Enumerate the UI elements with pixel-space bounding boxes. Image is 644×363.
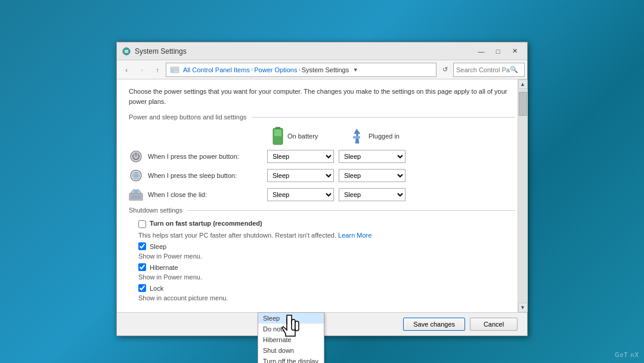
breadcrumb-current: System Settings — [302, 66, 349, 73]
hibernate-show-row: Hibernate — [129, 263, 515, 271]
battery-label: On battery — [287, 133, 318, 140]
sleep-show-label: Sleep — [150, 243, 166, 250]
svg-rect-10 — [274, 136, 281, 143]
cancel-button[interactable]: Cancel — [470, 318, 518, 331]
dropdown-item-donothing[interactable]: Do nothing — [258, 324, 324, 334]
breadcrumb-dropdown-button[interactable]: ▼ — [350, 63, 361, 77]
sleep-button-label: When I press the sleep button: — [148, 172, 267, 179]
back-button[interactable]: ‹ — [119, 63, 134, 77]
column-headers: On battery Plugged in — [272, 127, 515, 146]
scroll-down-arrow[interactable]: ▼ — [518, 303, 528, 312]
shutdown-section-title: Shutdown settings — [129, 207, 515, 214]
lid-icon — [129, 187, 143, 202]
sleep-icon — [129, 168, 143, 183]
sleep-plugged-select[interactable]: Sleep Do nothing Hibernate — [339, 169, 405, 182]
power-button-row: When I press the power button: Sleep Do … — [129, 149, 515, 164]
lid-plugged-select[interactable]: Sleep Do nothing Hibernate — [339, 188, 405, 201]
save-changes-button[interactable]: Save changes — [403, 318, 465, 331]
svg-rect-6 — [175, 70, 178, 71]
svg-rect-20 — [134, 190, 138, 193]
plugged-label: Plugged in — [369, 133, 400, 140]
lid-row: When I close the lid: Sleep Do nothing H… — [129, 187, 515, 202]
power-sleep-section-title: Power and sleep buttons and lid settings — [129, 113, 515, 121]
on-battery-header: On battery — [272, 127, 343, 146]
window-icon — [122, 47, 131, 56]
up-button[interactable]: ↑ — [150, 63, 165, 77]
sleep-button-row: When I press the sleep button: Sleep Do … — [129, 168, 515, 183]
scroll-track[interactable] — [518, 89, 528, 303]
minimize-button[interactable]: — — [473, 45, 489, 57]
breadcrumb-power-options[interactable]: Power Options — [254, 66, 297, 73]
lock-show-label: Lock — [150, 285, 163, 292]
lock-show-sub: Show in account picture menu. — [129, 294, 515, 302]
svg-rect-12 — [353, 136, 360, 139]
address-bar: ‹ › ↑ All Control Panel Items › Power Op… — [117, 60, 527, 79]
fast-startup-label: Turn on fast startup (recommended) — [150, 220, 262, 227]
desktop: System Settings — □ ✕ ‹ › ↑ All Control … — [0, 0, 644, 363]
close-button[interactable]: ✕ — [507, 45, 522, 57]
learn-more-link[interactable]: Learn More — [338, 232, 371, 239]
svg-rect-2 — [125, 51, 128, 53]
dropdown-item-shutdown[interactable]: Shut down — [258, 345, 324, 356]
fast-startup-row: Turn on fast startup (recommended) — [129, 220, 515, 228]
search-box: 🔍 — [453, 63, 525, 77]
lid-selects: Sleep Do nothing Hibernate Sleep Do noth… — [267, 188, 405, 201]
dropdown-item-sleep[interactable]: Sleep — [258, 313, 324, 324]
scroll-up-arrow[interactable]: ▲ — [518, 79, 528, 89]
fast-startup-checkbox[interactable] — [138, 220, 146, 228]
power-button-label: When I press the power button: — [148, 153, 267, 160]
lock-show-checkbox[interactable] — [138, 284, 146, 292]
forward-button[interactable]: › — [135, 63, 149, 77]
lock-show-row: Lock — [129, 284, 515, 292]
dropdown-item-hibernate[interactable]: Hibernate — [258, 334, 324, 345]
window-title: System Settings — [135, 47, 473, 56]
plugged-in-header: Plugged in — [348, 127, 420, 146]
content-area: Choose the power settings that you want … — [117, 79, 527, 312]
dropdown-item-turnoff[interactable]: Turn off the display — [258, 356, 324, 363]
sleep-battery-select[interactable]: Sleep Do nothing Hibernate — [267, 169, 334, 182]
scroll-thumb[interactable] — [519, 92, 527, 116]
svg-rect-19 — [131, 195, 141, 199]
svg-rect-1 — [125, 50, 128, 51]
sleep-show-row: Sleep — [129, 242, 515, 250]
sleep-button-selects: Sleep Do nothing Hibernate Sleep Do noth… — [267, 169, 405, 182]
plugin-icon — [348, 128, 365, 144]
system-settings-window: System Settings — □ ✕ ‹ › ↑ All Control … — [116, 42, 528, 336]
sleep-show-checkbox[interactable] — [138, 242, 146, 250]
refresh-button[interactable]: ↺ — [438, 63, 452, 77]
hibernate-show-sub: Show in Power menu. — [129, 273, 515, 281]
search-icon: 🔍 — [510, 66, 518, 73]
lid-battery-select[interactable]: Sleep Do nothing Hibernate — [267, 188, 334, 201]
lid-label: When I close the lid: — [148, 191, 267, 198]
power-battery-select[interactable]: Sleep Do nothing Hibernate Shut down — [267, 150, 334, 163]
sleep-show-sub: Show in Power menu. — [129, 253, 515, 260]
svg-point-0 — [123, 48, 130, 55]
watermark: GeT nX — [615, 352, 639, 358]
maximize-button[interactable]: □ — [490, 45, 506, 57]
power-plugged-select[interactable]: Sleep Do nothing Hibernate Shut down — [339, 150, 405, 163]
breadcrumb: All Control Panel Items › Power Options … — [166, 63, 436, 77]
scrollbar[interactable]: ▲ ▼ — [518, 79, 527, 312]
power-icon — [129, 149, 143, 164]
svg-rect-5 — [175, 68, 178, 69]
title-bar: System Settings — □ ✕ — [117, 42, 527, 60]
battery-icon — [272, 127, 284, 146]
breadcrumb-control-panel[interactable]: All Control Panel Items — [183, 66, 250, 73]
description-text: Choose the power settings that you want … — [129, 87, 515, 106]
hibernate-show-label: Hibernate — [150, 264, 178, 271]
hibernate-show-checkbox[interactable] — [138, 263, 146, 271]
power-button-selects: Sleep Do nothing Hibernate Shut down Sle… — [267, 150, 405, 163]
svg-rect-4 — [171, 68, 174, 72]
dropdown-menu: Sleep Do nothing Hibernate Shut down Tur… — [258, 312, 324, 363]
svg-rect-15 — [135, 153, 137, 156]
window-controls: — □ ✕ — [473, 45, 522, 57]
fast-startup-desc: This helps start your PC faster after sh… — [129, 232, 515, 239]
search-input[interactable] — [456, 66, 510, 73]
